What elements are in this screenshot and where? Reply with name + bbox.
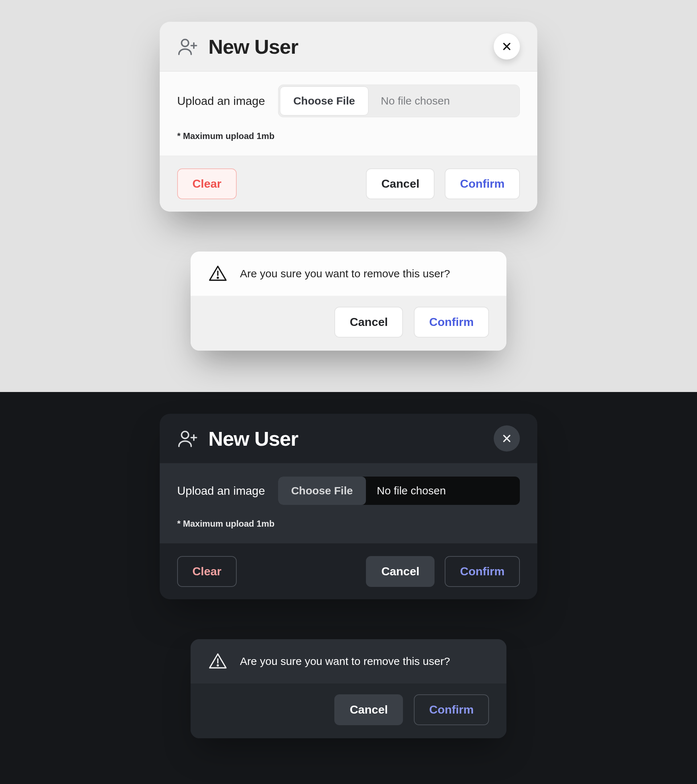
file-input[interactable]: Choose File No file chosen: [278, 84, 520, 117]
cancel-button[interactable]: Cancel: [366, 168, 435, 199]
svg-point-0: [181, 40, 188, 46]
modal-header: New User: [160, 22, 537, 71]
confirm-message: Are you sure you want to remove this use…: [240, 655, 450, 667]
file-name-display: No file chosen: [366, 476, 520, 505]
modal-title: New User: [208, 35, 298, 58]
confirm-button[interactable]: Confirm: [414, 694, 489, 725]
modal-body: Upload an image Choose File No file chos…: [160, 463, 537, 544]
upload-row: Upload an image Choose File No file chos…: [177, 476, 520, 505]
light-theme-region: New User Upload an image Choose File No …: [0, 0, 697, 392]
cancel-button[interactable]: Cancel: [334, 307, 403, 338]
svg-point-7: [181, 432, 188, 438]
confirm-modal-footer: Cancel Confirm: [191, 684, 506, 738]
choose-file-button[interactable]: Choose File: [278, 476, 366, 505]
new-user-modal: New User Upload an image Choose File No …: [160, 22, 537, 212]
upload-label: Upload an image: [177, 94, 265, 108]
clear-button[interactable]: Clear: [177, 168, 237, 199]
add-user-icon: [177, 36, 198, 57]
confirm-modal-body: Are you sure you want to remove this use…: [191, 252, 506, 296]
dark-theme-region: New User Upload an image Choose File No …: [0, 392, 697, 784]
cancel-button[interactable]: Cancel: [366, 556, 435, 587]
add-user-icon: [177, 428, 198, 449]
confirm-remove-modal: Are you sure you want to remove this use…: [191, 252, 506, 351]
choose-file-button[interactable]: Choose File: [280, 86, 369, 115]
clear-button[interactable]: Clear: [177, 556, 237, 587]
modal-header: New User: [160, 414, 537, 463]
upload-hint: * Maximum upload 1mb: [177, 131, 520, 141]
confirm-message: Are you sure you want to remove this use…: [240, 267, 450, 280]
warning-icon: [208, 264, 227, 283]
confirm-modal-body: Are you sure you want to remove this use…: [191, 639, 506, 684]
modal-footer: Clear Cancel Confirm: [160, 156, 537, 212]
confirm-button[interactable]: Confirm: [445, 556, 520, 587]
cancel-button[interactable]: Cancel: [334, 694, 403, 725]
close-icon: [502, 433, 512, 443]
new-user-modal: New User Upload an image Choose File No …: [160, 414, 537, 599]
confirm-remove-modal: Are you sure you want to remove this use…: [191, 639, 506, 738]
upload-row: Upload an image Choose File No file chos…: [177, 84, 520, 117]
modal-body: Upload an image Choose File No file chos…: [160, 71, 537, 156]
close-button[interactable]: [494, 33, 520, 59]
svg-point-13: [218, 665, 219, 666]
confirm-button[interactable]: Confirm: [414, 307, 489, 338]
confirm-button[interactable]: Confirm: [445, 168, 520, 199]
confirm-modal-footer: Cancel Confirm: [191, 296, 506, 351]
close-icon: [502, 41, 512, 51]
modal-title: New User: [208, 427, 298, 450]
upload-label: Upload an image: [177, 484, 265, 497]
modal-footer: Clear Cancel Confirm: [160, 544, 537, 599]
svg-point-6: [218, 277, 219, 278]
file-name-display: No file chosen: [370, 85, 519, 117]
close-button[interactable]: [494, 425, 520, 451]
warning-icon: [208, 652, 227, 671]
upload-hint: * Maximum upload 1mb: [177, 519, 520, 529]
file-input[interactable]: Choose File No file chosen: [278, 476, 520, 505]
